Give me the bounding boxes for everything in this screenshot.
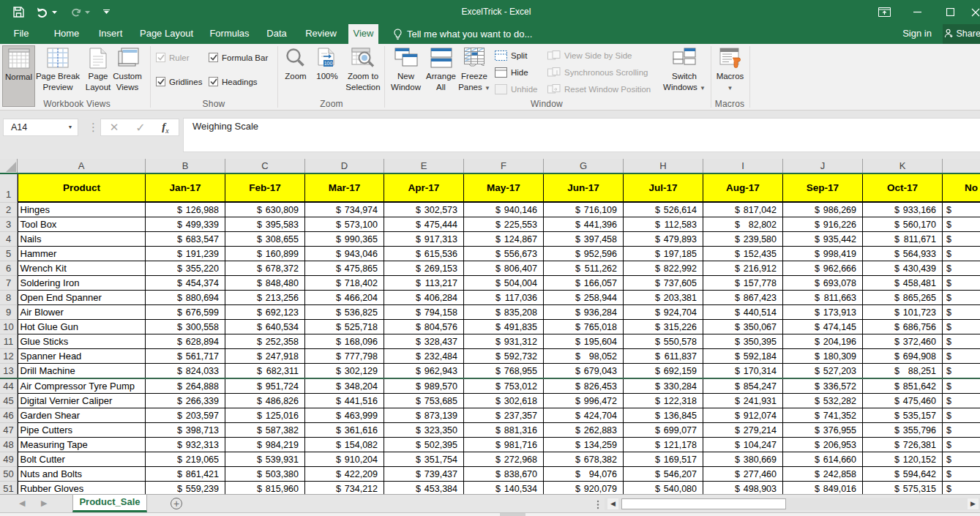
svg-text:100: 100 [324, 61, 333, 66]
